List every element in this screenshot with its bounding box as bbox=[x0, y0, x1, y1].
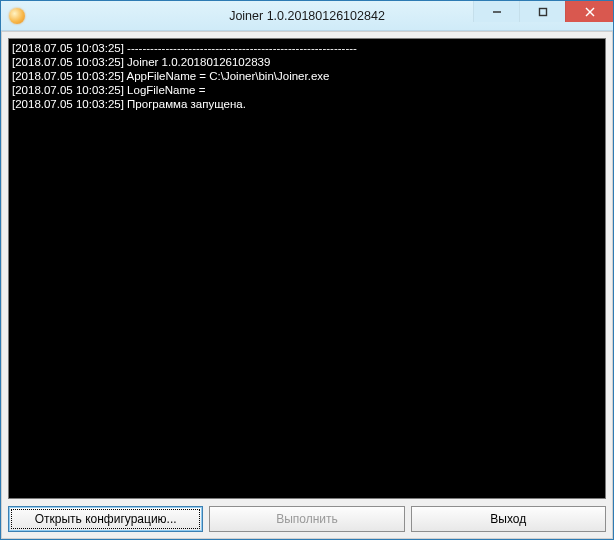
app-window: Joiner 1.0.20180126102842 [2018.07.05 10… bbox=[0, 0, 614, 540]
log-line: [2018.07.05 10:03:25] LogFileName = bbox=[12, 83, 602, 97]
log-line: [2018.07.05 10:03:25] AppFileName = C:\J… bbox=[12, 69, 602, 83]
button-row: Открыть конфигурацию... Выполнить Выход bbox=[8, 506, 606, 532]
close-button[interactable] bbox=[565, 1, 613, 22]
client-area: [2018.07.05 10:03:25] ------------------… bbox=[1, 31, 613, 539]
maximize-button[interactable] bbox=[519, 1, 565, 22]
close-icon bbox=[585, 7, 595, 17]
open-config-button[interactable]: Открыть конфигурацию... bbox=[8, 506, 203, 532]
window-controls bbox=[473, 1, 613, 22]
log-line: [2018.07.05 10:03:25] ------------------… bbox=[12, 41, 602, 55]
log-console[interactable]: [2018.07.05 10:03:25] ------------------… bbox=[8, 38, 606, 499]
execute-button: Выполнить bbox=[209, 506, 404, 532]
log-line: [2018.07.05 10:03:25] Программа запущена… bbox=[12, 97, 602, 111]
minimize-icon bbox=[492, 7, 502, 17]
app-icon bbox=[9, 8, 25, 24]
minimize-button[interactable] bbox=[473, 1, 519, 22]
log-line: [2018.07.05 10:03:25] Joiner 1.0.2018012… bbox=[12, 55, 602, 69]
maximize-icon bbox=[538, 7, 548, 17]
titlebar[interactable]: Joiner 1.0.20180126102842 bbox=[1, 1, 613, 31]
svg-rect-1 bbox=[539, 8, 546, 15]
exit-button[interactable]: Выход bbox=[411, 506, 606, 532]
